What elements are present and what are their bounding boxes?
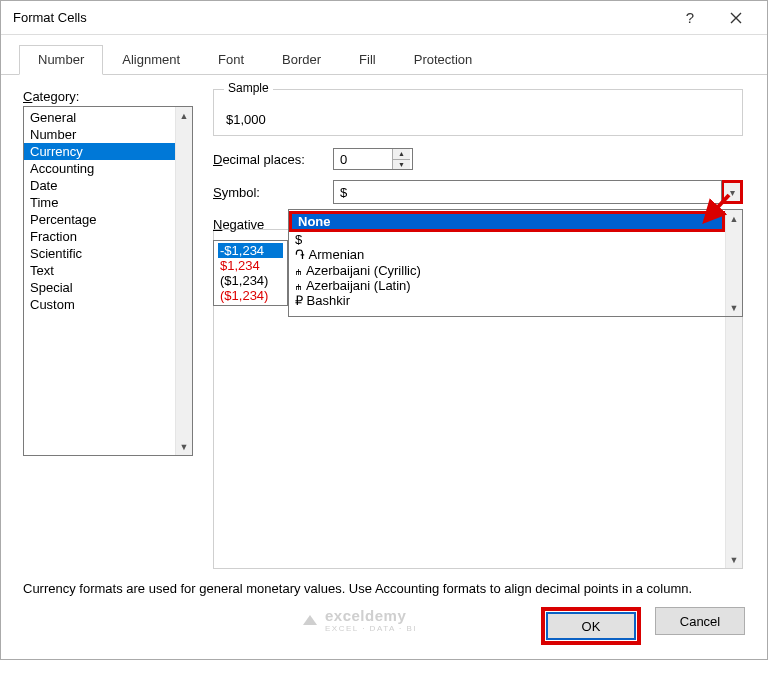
dropdown-item[interactable]: ₼ Azerbaijani (Cyrillic)	[289, 263, 725, 278]
dropdown-item[interactable]: ֏ Armenian	[289, 247, 725, 263]
close-button[interactable]	[713, 3, 759, 33]
dropdown-item[interactable]: None	[292, 214, 722, 229]
spin-down-icon[interactable]: ▼	[393, 160, 410, 170]
close-icon	[730, 12, 742, 24]
category-scrollbar[interactable]: ▲ ▼	[175, 107, 192, 455]
scroll-up-icon[interactable]: ▲	[176, 107, 192, 124]
scroll-up-icon[interactable]: ▲	[726, 210, 742, 227]
symbol-selected-value: $	[340, 185, 347, 200]
format-description: Currency formats are used for general mo…	[23, 580, 743, 598]
category-item[interactable]: Currency	[24, 143, 175, 160]
titlebar: Format Cells ?	[1, 1, 767, 35]
negative-numbers-listbox[interactable]: -$1,234 $1,234 ($1,234) ($1,234)	[213, 240, 288, 306]
spin-up-icon[interactable]: ▲	[393, 149, 410, 160]
watermark-sub: EXCEL · DATA · BI	[325, 624, 417, 633]
negative-item[interactable]: ($1,234)	[218, 273, 283, 288]
dialog-title: Format Cells	[13, 10, 667, 25]
watermark-text: exceldemy	[325, 607, 417, 624]
tab-font[interactable]: Font	[199, 45, 263, 75]
category-listbox[interactable]: General Number Currency Accounting Date …	[23, 106, 193, 456]
decimal-spinbox[interactable]: ▲ ▼	[333, 148, 413, 170]
tab-protection[interactable]: Protection	[395, 45, 492, 75]
watermark: exceldemy EXCEL · DATA · BI	[301, 607, 417, 633]
category-item[interactable]: General	[24, 109, 175, 126]
tab-alignment[interactable]: Alignment	[103, 45, 199, 75]
tab-number[interactable]: Number	[19, 45, 103, 75]
help-button[interactable]: ?	[667, 3, 713, 33]
decimal-input[interactable]	[334, 149, 392, 169]
category-item[interactable]: Number	[24, 126, 175, 143]
category-item[interactable]: Custom	[24, 296, 175, 313]
category-item[interactable]: Percentage	[24, 211, 175, 228]
scroll-down-icon[interactable]: ▼	[726, 299, 742, 316]
decimal-label: Decimal places:	[213, 152, 333, 167]
dropdown-item[interactable]: $	[289, 232, 725, 247]
watermark-icon	[301, 611, 319, 629]
category-item[interactable]: Text	[24, 262, 175, 279]
scroll-down-icon[interactable]: ▼	[726, 551, 742, 568]
symbol-label: Symbol:	[213, 185, 333, 200]
sample-value: $1,000	[226, 112, 730, 127]
tab-border[interactable]: Border	[263, 45, 340, 75]
chevron-down-icon: ▾	[730, 187, 735, 198]
tab-fill[interactable]: Fill	[340, 45, 395, 75]
negative-label: Negative	[213, 217, 264, 232]
dropdown-item[interactable]: ₽ Bashkir	[289, 293, 725, 308]
category-item[interactable]: Time	[24, 194, 175, 211]
ok-button[interactable]: OK	[546, 612, 636, 640]
scroll-down-icon[interactable]: ▼	[176, 438, 192, 455]
category-item[interactable]: Accounting	[24, 160, 175, 177]
sample-group: Sample $1,000	[213, 89, 743, 136]
category-item[interactable]: Scientific	[24, 245, 175, 262]
dropdown-item[interactable]: ₼ Azerbaijani (Latin)	[289, 278, 725, 293]
category-item[interactable]: Fraction	[24, 228, 175, 245]
category-item[interactable]: Special	[24, 279, 175, 296]
sample-legend: Sample	[224, 81, 273, 95]
category-item[interactable]: Date	[24, 177, 175, 194]
symbol-dropdown-list[interactable]: None $ ֏ Armenian ₼ Azerbaijani (Cyrilli…	[288, 209, 743, 317]
negative-item[interactable]: $1,234	[218, 258, 283, 273]
symbol-dropdown-button[interactable]: ▾	[721, 180, 743, 204]
symbol-select[interactable]: $	[333, 180, 722, 204]
cancel-button[interactable]: Cancel	[655, 607, 745, 635]
format-cells-dialog: Format Cells ? Number Alignment Font Bor…	[0, 0, 768, 660]
negative-item[interactable]: -$1,234	[218, 243, 283, 258]
dialog-button-bar: OK Cancel	[541, 607, 745, 645]
negative-item[interactable]: ($1,234)	[218, 288, 283, 303]
dropdown-scrollbar[interactable]: ▲ ▼	[725, 210, 742, 316]
annotation-highlight: OK	[541, 607, 641, 645]
tab-strip: Number Alignment Font Border Fill Protec…	[1, 35, 767, 75]
